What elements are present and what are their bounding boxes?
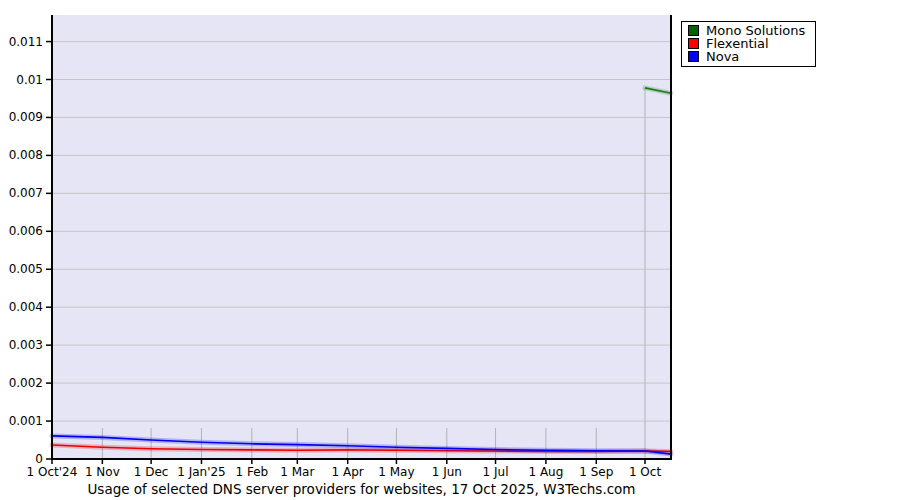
legend: Mono SolutionsFlexentialNova xyxy=(681,21,816,67)
x-tick-label: 1 Nov xyxy=(85,465,120,479)
chart-title: Usage of selected DNS server providers f… xyxy=(52,481,671,497)
x-tick-label: 1 Feb xyxy=(235,465,268,479)
x-tick-label: 1 Oct'24 xyxy=(27,465,78,479)
y-tick-label: 0 xyxy=(35,452,43,466)
y-tick-label: 0.007 xyxy=(9,186,43,200)
plot-background xyxy=(52,15,671,459)
chart-canvas: 00.0010.0020.0030.0040.0050.0060.0070.00… xyxy=(0,0,900,500)
y-tick-label: 0.01 xyxy=(16,73,43,87)
x-tick-label: 1 Jun xyxy=(432,465,462,479)
legend-swatch-icon xyxy=(688,25,699,36)
x-tick-label: 1 Jul xyxy=(483,465,509,479)
legend-label: Nova xyxy=(706,50,739,63)
legend-swatch-icon xyxy=(688,38,699,49)
x-tick-label: 1 Aug xyxy=(528,465,563,479)
x-tick-label: 1 Sep xyxy=(579,465,613,479)
w3techs-chart-figure: 00.0010.0020.0030.0040.0050.0060.0070.00… xyxy=(0,0,900,500)
x-tick-label: 1 Oct xyxy=(629,465,661,479)
y-tick-label: 0.006 xyxy=(9,224,43,238)
y-tick-label: 0.008 xyxy=(9,148,43,162)
x-tick-label: 1 May xyxy=(378,465,414,479)
x-tick-label: 1 Mar xyxy=(280,465,314,479)
y-tick-label: 0.003 xyxy=(9,338,43,352)
y-tick-label: 0.001 xyxy=(9,414,43,428)
y-tick-label: 0.005 xyxy=(9,262,43,276)
y-tick-label: 0.002 xyxy=(9,376,43,390)
y-tick-label: 0.011 xyxy=(9,35,43,49)
x-tick-label: 1 Jan'25 xyxy=(177,465,226,479)
legend-item: Nova xyxy=(688,50,805,63)
x-tick-label: 1 Dec xyxy=(134,465,169,479)
legend-swatch-icon xyxy=(688,51,699,62)
y-tick-label: 0.009 xyxy=(9,110,43,124)
y-tick-label: 0.004 xyxy=(9,300,43,314)
x-tick-label: 1 Apr xyxy=(332,465,364,479)
